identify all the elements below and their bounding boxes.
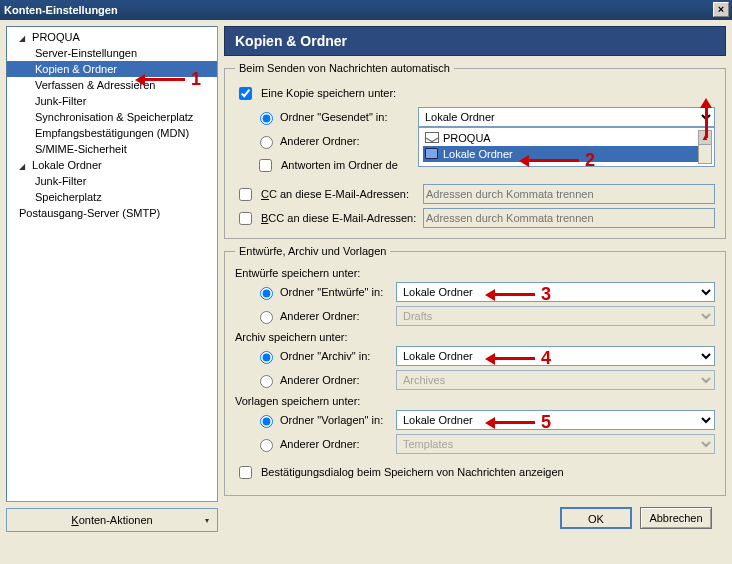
scroll-up-icon[interactable]: ▲ — [699, 131, 711, 145]
page-title: Kopien & Ordner — [224, 26, 726, 56]
drafts-title: Entwürfe speichern unter: — [235, 267, 715, 279]
sidebar-item-sync[interactable]: Synchronisation & Speicherplatz — [7, 109, 217, 125]
account-proqua[interactable]: PROQUA — [7, 29, 217, 45]
sidebar-item-smtp[interactable]: Postausgang-Server (SMTP) — [7, 205, 217, 221]
mail-icon — [425, 132, 439, 143]
archive-other-label: Anderer Ordner: — [280, 374, 390, 386]
ok-button[interactable]: OK — [560, 507, 632, 529]
archive-folder-label: Ordner "Archiv" in: — [280, 350, 390, 362]
sent-folder-radio[interactable] — [260, 112, 273, 125]
close-icon[interactable]: × — [713, 2, 729, 17]
bcc-checkbox[interactable] — [239, 212, 252, 225]
sent-other-radio[interactable] — [260, 136, 273, 149]
account-name: Lokale Ordner — [32, 159, 102, 171]
chevron-down-icon: ▾ — [205, 516, 209, 525]
account-name: PROQUA — [32, 31, 80, 43]
bcc-field[interactable] — [423, 208, 715, 228]
drafts-other-select[interactable]: Drafts — [396, 306, 715, 326]
archive-folder-radio[interactable] — [260, 351, 273, 364]
account-actions-button[interactable]: Konten-Aktionen ▾ — [6, 508, 218, 532]
account-actions-label: onten-Aktionen — [79, 514, 153, 526]
folder-picker-popup: PROQUA Lokale Ordner ▲ — [418, 127, 715, 167]
reply-folder-checkbox[interactable] — [259, 159, 272, 172]
group-drafts-legend: Entwürfe, Archiv und Vorlagen — [235, 245, 390, 257]
drafts-folder-label: Ordner "Entwürfe" in: — [280, 286, 390, 298]
templates-folder-select[interactable]: Lokale Ordner — [396, 410, 715, 430]
templates-other-label: Anderer Ordner: — [280, 438, 390, 450]
cc-checkbox[interactable] — [239, 188, 252, 201]
folder-item-proqua[interactable]: PROQUA — [423, 130, 710, 146]
archive-other-select[interactable]: Archives — [396, 370, 715, 390]
templates-folder-label: Ordner "Vorlagen" in: — [280, 414, 390, 426]
account-tree[interactable]: PROQUA Server-Einstellungen Kopien & Ord… — [6, 26, 218, 502]
folder-item-label: PROQUA — [443, 132, 491, 144]
account-local[interactable]: Lokale Ordner — [7, 157, 217, 173]
sent-folder-select[interactable]: Lokale Ordner — [418, 107, 715, 127]
sent-folder-label: Ordner "Gesendet" in: — [280, 111, 412, 123]
folder-icon — [425, 148, 438, 159]
popup-scrollbar[interactable]: ▲ — [698, 130, 712, 164]
window-title: Konten-Einstellungen — [4, 4, 118, 16]
folder-item-label: Lokale Ordner — [443, 148, 513, 160]
archive-folder-select[interactable]: Lokale Ordner — [396, 346, 715, 366]
reply-folder-label: Antworten im Ordner de — [281, 159, 398, 171]
templates-title: Vorlagen speichern unter: — [235, 395, 715, 407]
templates-folder-radio[interactable] — [260, 415, 273, 428]
drafts-folder-select[interactable]: Lokale Ordner — [396, 282, 715, 302]
archive-other-radio[interactable] — [260, 375, 273, 388]
cancel-button[interactable]: Abbrechen — [640, 507, 712, 529]
sidebar-item-local-disk[interactable]: Speicherplatz — [7, 189, 217, 205]
folder-item-local[interactable]: Lokale Ordner — [423, 146, 710, 162]
drafts-folder-radio[interactable] — [260, 287, 273, 300]
sidebar-item-smime[interactable]: S/MIME-Sicherheit — [7, 141, 217, 157]
drafts-other-label: Anderer Ordner: — [280, 310, 390, 322]
sidebar-item-local-junk[interactable]: Junk-Filter — [7, 173, 217, 189]
sent-other-label: Anderer Ordner: — [280, 135, 412, 147]
window-titlebar: Konten-Einstellungen × — [0, 0, 732, 20]
group-send-legend: Beim Senden von Nachrichten automatisch — [235, 62, 454, 74]
group-drafts: Entwürfe, Archiv und Vorlagen Entwürfe s… — [224, 245, 726, 496]
group-send: Beim Senden von Nachrichten automatisch … — [224, 62, 726, 239]
copy-label: Eine Kopie speichern unter: — [261, 87, 396, 99]
sidebar-item-server[interactable]: Server-Einstellungen — [7, 45, 217, 61]
sidebar-item-label: Kopien & Ordner — [35, 63, 117, 75]
sidebar-item-mdn[interactable]: Empfangsbestätigungen (MDN) — [7, 125, 217, 141]
templates-other-radio[interactable] — [260, 439, 273, 452]
cc-field[interactable] — [423, 184, 715, 204]
copy-checkbox[interactable] — [239, 87, 252, 100]
templates-other-select[interactable]: Templates — [396, 434, 715, 454]
drafts-other-radio[interactable] — [260, 311, 273, 324]
sidebar-item-compose[interactable]: Verfassen & Adressieren — [7, 77, 217, 93]
sidebar-item-junk[interactable]: Junk-Filter — [7, 93, 217, 109]
sidebar-item-copies[interactable]: Kopien & Ordner — [7, 61, 217, 77]
archive-title: Archiv speichern unter: — [235, 331, 715, 343]
confirm-save-label: Bestätigungsdialog beim Speichern von Na… — [261, 466, 564, 478]
confirm-save-checkbox[interactable] — [239, 466, 252, 479]
